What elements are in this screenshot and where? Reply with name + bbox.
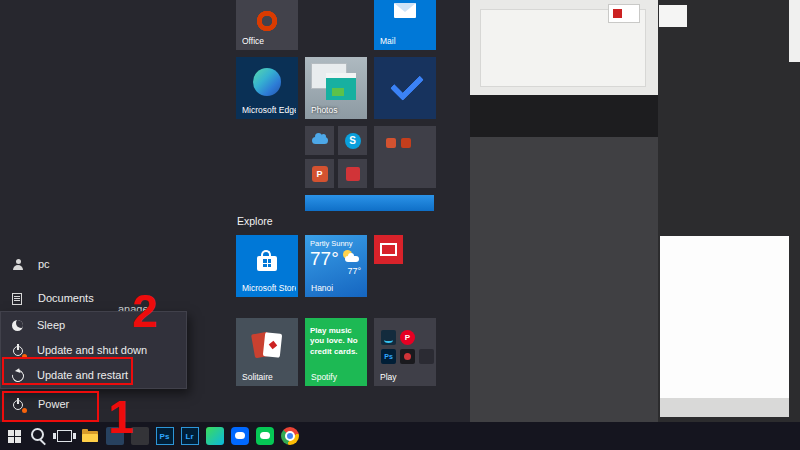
weather-condition: Partly Sunny	[310, 239, 353, 248]
spotify-promo-text: Play music you love. No credit cards.	[310, 326, 364, 357]
diamond-icon	[268, 341, 276, 349]
folder-app-icon	[386, 138, 396, 148]
weather-temperature: 77°	[310, 248, 339, 270]
tile-label: Microsoft Store	[242, 283, 296, 293]
tile-red-app[interactable]	[338, 159, 367, 188]
taskbar-photoshop[interactable]: Ps	[152, 422, 177, 450]
tile-microsoft-store[interactable]: Microsoft Store	[236, 235, 298, 297]
cloud-icon	[345, 256, 359, 262]
taskbar-search-button[interactable]	[27, 422, 52, 450]
taskbar-zalo[interactable]	[227, 422, 252, 450]
line-icon	[256, 427, 274, 445]
prime-video-icon	[381, 330, 396, 345]
skype-icon: S	[345, 133, 361, 149]
background-dark-area	[470, 137, 658, 422]
photos-thumbnail-titlebar	[326, 73, 356, 78]
tile-todo[interactable]	[374, 57, 436, 119]
background-white-strip	[789, 0, 800, 62]
group-header-explore: Explore	[237, 215, 273, 227]
card-front-icon	[263, 332, 282, 358]
weather-temperature-secondary: 77°	[347, 266, 361, 276]
tile-mail[interactable]: Mail	[374, 0, 436, 50]
menu-item-label: Sleep	[37, 319, 65, 331]
tile-app-folder[interactable]	[374, 126, 436, 188]
folder-app-icon	[401, 138, 411, 148]
menu-item-label: Update and shut down	[37, 344, 147, 356]
store-bag-icon	[257, 256, 277, 271]
tile-label: Play	[380, 372, 434, 382]
chrome-icon	[281, 427, 299, 445]
photoshop-icon: Ps	[156, 427, 174, 445]
movies-icon	[400, 349, 415, 364]
taskbar-line[interactable]	[252, 422, 277, 450]
red-media-icon	[380, 243, 397, 256]
photos-thumbnail-detail	[332, 88, 344, 96]
tile-label: Spotify	[311, 372, 365, 382]
app-icon	[419, 349, 434, 364]
background-gray-strip	[660, 398, 789, 417]
annotation-box-step2	[2, 357, 133, 385]
background-dark-band	[470, 95, 658, 137]
sidebar-item-user[interactable]: pc	[0, 250, 228, 280]
search-icon	[31, 428, 44, 441]
windows-logo-icon	[8, 430, 14, 436]
red-app-icon	[346, 167, 360, 181]
tile-play[interactable]: P Ps Play	[374, 318, 436, 386]
taskbar-task-view-button[interactable]	[52, 422, 77, 450]
annotation-number-2: 2	[132, 288, 158, 334]
tile-skype[interactable]: S	[338, 126, 367, 155]
tile-label: Hanoi	[311, 283, 365, 293]
tile-microsoft-edge[interactable]: Microsoft Edge	[236, 57, 298, 119]
tile-weather[interactable]: Partly Sunny 77° 77° Hanoi	[305, 235, 367, 297]
photoshop-express-icon: Ps	[381, 349, 396, 364]
tile-solitaire[interactable]: Solitaire	[236, 318, 298, 386]
menu-item-sleep[interactable]: Sleep	[1, 314, 186, 339]
tile-label: Mail	[380, 36, 434, 46]
cloud-icon	[312, 137, 328, 144]
screen: Office Mail Microsoft Edge Photos S	[0, 0, 800, 450]
task-view-icon	[57, 430, 72, 442]
moon-icon	[12, 320, 23, 331]
sidebar-item-documents[interactable]: Documents	[0, 284, 228, 314]
background-white-panel	[660, 236, 789, 398]
tile-photos[interactable]: Photos	[305, 57, 367, 119]
sidebar-documents-label: Documents	[38, 292, 94, 304]
tile-office[interactable]: Office	[236, 0, 298, 50]
tile-powerpoint[interactable]: P	[305, 159, 334, 188]
tile-label: Photos	[311, 105, 365, 115]
zalo-icon	[231, 427, 249, 445]
wide-tile-fragment[interactable]	[305, 195, 434, 211]
tile-label: Microsoft Edge	[242, 105, 296, 115]
annotation-box-step1	[2, 391, 99, 422]
taskbar-bluestacks[interactable]	[202, 422, 227, 450]
taskbar-file-explorer[interactable]	[77, 422, 102, 450]
taskbar-chrome[interactable]	[277, 422, 302, 450]
background-white-box	[659, 5, 687, 27]
annotation-number-1: 1	[108, 394, 134, 440]
tile-onedrive[interactable]	[305, 126, 334, 155]
folder-icon	[82, 431, 98, 442]
background-window	[470, 0, 658, 95]
tile-label: Office	[242, 36, 296, 46]
checkmark-icon	[390, 67, 424, 101]
tile-red-media[interactable]	[374, 235, 403, 264]
lightroom-icon: Lr	[181, 427, 199, 445]
bluestacks-icon	[206, 427, 224, 445]
document-icon	[12, 293, 22, 305]
tile-label: Solitaire	[242, 372, 296, 382]
user-icon	[12, 259, 24, 271]
sidebar-user-label: pc	[38, 258, 50, 270]
taskbar-lightroom[interactable]: Lr	[177, 422, 202, 450]
powerpoint-icon: P	[312, 166, 328, 182]
start-button[interactable]	[2, 422, 27, 450]
background-window-logo	[608, 4, 640, 23]
power-icon	[12, 345, 24, 357]
mail-icon	[394, 3, 416, 18]
pinterest-icon: P	[400, 330, 415, 345]
tile-spotify[interactable]: Play music you love. No credit cards. Sp…	[305, 318, 367, 386]
office-icon	[256, 10, 278, 32]
edge-icon	[253, 68, 281, 96]
